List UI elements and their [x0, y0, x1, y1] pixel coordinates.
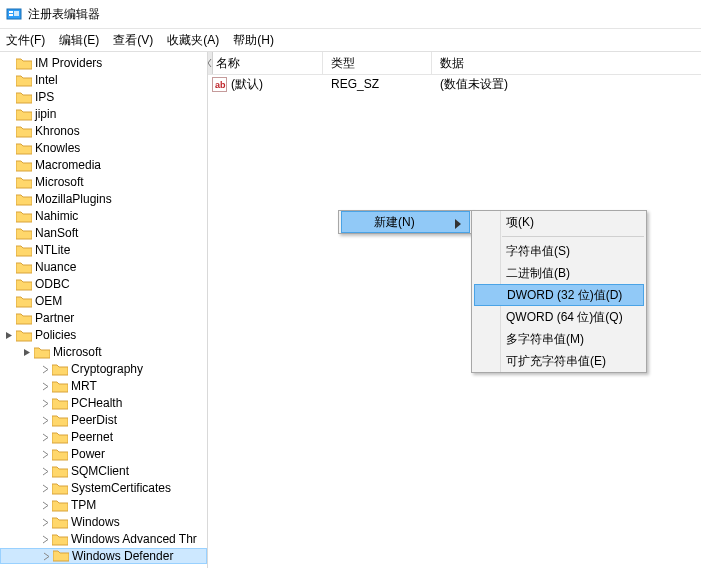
expand-toggle[interactable]: [38, 416, 52, 425]
expand-toggle[interactable]: [38, 535, 52, 544]
expand-toggle[interactable]: [38, 501, 52, 510]
tree-item[interactable]: Knowles: [0, 140, 207, 157]
submenu-item-dword[interactable]: DWORD (32 位)值(D): [474, 284, 644, 306]
tree-item[interactable]: SystemCertificates: [0, 480, 207, 497]
tree-item[interactable]: Intel: [0, 72, 207, 89]
tree-item[interactable]: PCHealth: [0, 395, 207, 412]
tree-item[interactable]: NTLite: [0, 242, 207, 259]
tree-label: ODBC: [35, 276, 70, 293]
folder-icon: [52, 533, 68, 547]
menu-view[interactable]: 查看(V): [113, 32, 153, 49]
submenu-item-string[interactable]: 字符串值(S): [472, 240, 646, 262]
expand-toggle[interactable]: [38, 365, 52, 374]
context-item-new[interactable]: 新建(N): [341, 211, 470, 233]
expand-toggle[interactable]: [38, 450, 52, 459]
tree-label: Cryptography: [71, 361, 143, 378]
menu-favorites[interactable]: 收藏夹(A): [167, 32, 219, 49]
tree-item[interactable]: jipin: [0, 106, 207, 123]
tree-item[interactable]: TPM: [0, 497, 207, 514]
tree-item[interactable]: Macromedia: [0, 157, 207, 174]
tree-item[interactable]: Windows Advanced Thr: [0, 531, 207, 548]
header-type[interactable]: 类型: [323, 52, 432, 74]
tree-item[interactable]: Nuance: [0, 259, 207, 276]
tree-item[interactable]: Windows Defender: [0, 548, 207, 564]
tree-item-microsoft-under-policies[interactable]: Microsoft: [0, 344, 207, 361]
folder-icon: [34, 346, 50, 360]
expand-toggle[interactable]: [38, 484, 52, 493]
tree-pane[interactable]: IM ProvidersIntelIPSjipinKhronosKnowlesM…: [0, 52, 208, 568]
header-name[interactable]: 名称: [208, 52, 323, 74]
tree-item[interactable]: MozillaPlugins: [0, 191, 207, 208]
folder-icon: [16, 91, 32, 105]
tree-item[interactable]: Khronos: [0, 123, 207, 140]
submenu-label: DWORD (32 位)值(D): [507, 287, 622, 304]
tree-label: Macromedia: [35, 157, 101, 174]
folder-icon: [52, 431, 68, 445]
expand-toggle[interactable]: [2, 331, 16, 340]
tree-item[interactable]: OEM: [0, 293, 207, 310]
folder-icon: [52, 465, 68, 479]
value-type: REG_SZ: [323, 77, 432, 91]
tree-item[interactable]: Power: [0, 446, 207, 463]
submenu-item-binary[interactable]: 二进制值(B): [472, 262, 646, 284]
menu-separator: [502, 236, 644, 237]
app-icon: [6, 6, 22, 22]
tree-item[interactable]: Cryptography: [0, 361, 207, 378]
window-title: 注册表编辑器: [28, 6, 100, 23]
collapse-handle[interactable]: [208, 52, 213, 74]
tree-label: IPS: [35, 89, 54, 106]
folder-icon: [52, 499, 68, 513]
tree-label: Knowles: [35, 140, 80, 157]
tree-label: Microsoft: [35, 174, 84, 191]
folder-icon: [52, 448, 68, 462]
tree-item[interactable]: IPS: [0, 89, 207, 106]
submenu-item-multistring[interactable]: 多字符串值(M): [472, 328, 646, 350]
folder-icon: [16, 74, 32, 88]
column-headers: 名称 类型 数据: [208, 52, 701, 75]
tree-item[interactable]: Microsoft: [0, 174, 207, 191]
submenu-item-key[interactable]: 项(K): [472, 211, 646, 233]
tree-item[interactable]: Windows: [0, 514, 207, 531]
folder-icon: [52, 516, 68, 530]
tree-item[interactable]: MRT: [0, 378, 207, 395]
folder-icon: [52, 414, 68, 428]
tree-label: Partner: [35, 310, 74, 327]
folder-icon: [16, 142, 32, 156]
context-label: 新建(N): [374, 214, 415, 231]
submenu-item-qword[interactable]: QWORD (64 位)值(Q): [472, 306, 646, 328]
expand-toggle[interactable]: [38, 433, 52, 442]
context-menu: 新建(N): [338, 210, 473, 234]
tree-item[interactable]: NanSoft: [0, 225, 207, 242]
tree-item[interactable]: ODBC: [0, 276, 207, 293]
svg-rect-3: [14, 11, 19, 16]
tree-label: SystemCertificates: [71, 480, 171, 497]
submenu-item-expandstring[interactable]: 可扩充字符串值(E): [472, 350, 646, 372]
tree-item[interactable]: IM Providers: [0, 55, 207, 72]
tree-item[interactable]: Nahimic: [0, 208, 207, 225]
folder-icon: [16, 312, 32, 326]
tree-label: Intel: [35, 72, 58, 89]
expand-toggle[interactable]: [39, 552, 53, 561]
tree-label: IM Providers: [35, 55, 102, 72]
expand-toggle[interactable]: [20, 348, 34, 357]
submenu-label: QWORD (64 位)值(Q): [506, 309, 623, 326]
svg-rect-1: [9, 11, 13, 13]
tree-item[interactable]: Partner: [0, 310, 207, 327]
tree-item[interactable]: PeerDist: [0, 412, 207, 429]
header-data[interactable]: 数据: [432, 52, 701, 74]
menu-edit[interactable]: 编辑(E): [59, 32, 99, 49]
tree-item[interactable]: SQMClient: [0, 463, 207, 480]
expand-toggle[interactable]: [38, 382, 52, 391]
tree-item[interactable]: Policies: [0, 327, 207, 344]
menu-file[interactable]: 文件(F): [6, 32, 45, 49]
value-row[interactable]: ab (默认) REG_SZ (数值未设置): [208, 75, 701, 93]
expand-toggle[interactable]: [38, 467, 52, 476]
expand-toggle[interactable]: [38, 399, 52, 408]
expand-toggle[interactable]: [38, 518, 52, 527]
menu-help[interactable]: 帮助(H): [233, 32, 274, 49]
folder-icon: [16, 244, 32, 258]
tree-item[interactable]: Peernet: [0, 429, 207, 446]
tree-label: PCHealth: [71, 395, 122, 412]
svg-rect-2: [9, 14, 13, 16]
value-list[interactable]: ab (默认) REG_SZ (数值未设置) 新建(N): [208, 75, 701, 568]
